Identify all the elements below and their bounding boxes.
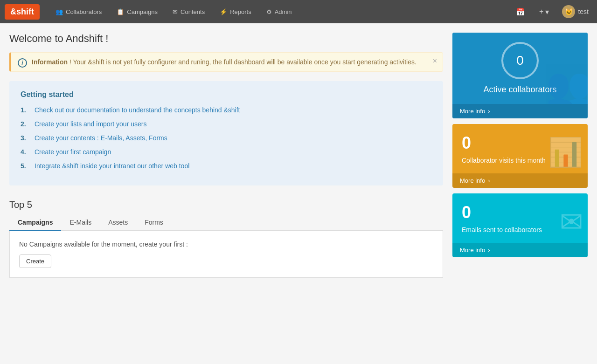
nav-collaborators[interactable]: 👥 Collaborators — [49, 5, 108, 19]
list-item: 5. Integrate &shift inside your intranet… — [21, 162, 432, 170]
content-area: Welcome to Andshift ! i Information ! Yo… — [9, 33, 443, 278]
admin-icon: ⚙ — [266, 8, 272, 15]
active-collaborators-count: 0 — [501, 42, 539, 79]
info-icon: i — [18, 58, 27, 68]
create-button[interactable]: Create — [19, 254, 51, 268]
active-collaborators-card: 👥 0 Active collaborators More info › — [452, 33, 588, 118]
step-link-4[interactable]: Create your first campaign — [35, 148, 111, 156]
collaborator-visits-more-info[interactable]: More info › — [452, 173, 588, 188]
step-num: 4. — [21, 148, 30, 156]
no-campaigns-text: No Campaigns available for the moment, c… — [19, 240, 433, 248]
contents-icon: ✉ — [173, 8, 178, 15]
campaigns-icon: 📋 — [117, 8, 124, 15]
step-num: 2. — [21, 120, 30, 128]
calendar-icon: 📅 — [516, 7, 525, 16]
avatar: 🐱 — [562, 5, 575, 18]
step-num: 1. — [21, 106, 30, 114]
plus-icon: + — [539, 7, 543, 16]
getting-started-title: Getting started — [21, 90, 432, 99]
step-link-2[interactable]: Create your lists and import your users — [35, 120, 146, 128]
chevron-right-icon: › — [488, 177, 490, 184]
sidebar: 👥 0 Active collaborators More info › 📊 0… — [452, 33, 588, 278]
main-wrapper: Welcome to Andshift ! i Information ! Yo… — [0, 23, 597, 287]
emails-sent-more-info[interactable]: More info › — [452, 243, 588, 257]
add-button[interactable]: + ▾ — [535, 5, 554, 19]
navbar: &shift 👥 Collaborators 📋 Campaigns ✉ Con… — [0, 0, 597, 23]
people-bg-icon: 👥 — [546, 65, 588, 104]
nav-campaigns[interactable]: 📋 Campaigns — [110, 5, 164, 19]
step-num: 3. — [21, 134, 30, 142]
tab-forms[interactable]: Forms — [136, 215, 172, 231]
collaborator-visits-card: 📊 0 Collaborator visits this month More … — [452, 124, 588, 188]
list-item: 4. Create your first campaign — [21, 148, 432, 156]
step-list: 1. Check out our documentation to unders… — [21, 106, 432, 170]
emails-sent-card: ✉ 0 Emails sent to collaborators More in… — [452, 193, 588, 257]
nav-contents[interactable]: ✉ Contents — [166, 5, 211, 19]
card-body-cyan: ✉ 0 Emails sent to collaborators — [452, 193, 588, 243]
chevron-right-icon: › — [488, 247, 490, 254]
alert-box: i Information ! Your &shift is not yet f… — [9, 52, 443, 72]
email-bg-icon: ✉ — [560, 206, 583, 238]
step-link-1[interactable]: Check out our documentation to understan… — [35, 106, 240, 114]
list-item: 2. Create your lists and import your use… — [21, 120, 432, 128]
tab-content: No Campaigns available for the moment, c… — [9, 231, 443, 278]
collaborators-icon: 👥 — [56, 8, 63, 15]
chevron-right-icon: › — [488, 108, 490, 115]
list-item: 1. Check out our documentation to unders… — [21, 106, 432, 114]
top5-title: Top 5 — [9, 199, 443, 210]
active-collaborators-more-info[interactable]: More info › — [452, 104, 588, 118]
bar-chart-icon: 📊 — [548, 136, 583, 169]
tab-emails[interactable]: E-Mails — [61, 215, 100, 231]
user-name: test — [578, 8, 589, 15]
card-body-orange: 📊 0 Collaborator visits this month — [452, 124, 588, 173]
step-link-5[interactable]: Integrate &shift inside your intranet ou… — [35, 162, 189, 170]
nav-admin[interactable]: ⚙ Admin — [260, 5, 298, 19]
chevron-down-icon: ▾ — [545, 7, 549, 16]
alert-text: Information ! Your &shift is not yet ful… — [32, 58, 417, 66]
tabs: Campaigns E-Mails Assets Forms — [9, 215, 443, 231]
tab-campaigns[interactable]: Campaigns — [9, 215, 61, 231]
calendar-button[interactable]: 📅 — [511, 5, 530, 19]
brand-logo[interactable]: &shift — [5, 4, 40, 20]
alert-close-button[interactable]: × — [433, 57, 437, 65]
reports-icon: ⚡ — [220, 8, 227, 15]
tab-assets[interactable]: Assets — [100, 215, 136, 231]
page-title: Welcome to Andshift ! — [9, 33, 443, 45]
getting-started-box: Getting started 1. Check out our documen… — [9, 81, 443, 185]
list-item: 3. Create your contents : E-Mails, Asset… — [21, 134, 432, 142]
step-num: 5. — [21, 162, 30, 170]
user-menu[interactable]: 🐱 test — [558, 3, 592, 20]
brand-text: &shift — [10, 7, 34, 16]
step-link-3[interactable]: Create your contents : E-Mails, Assets, … — [35, 134, 167, 142]
nav-reports[interactable]: ⚡ Reports — [213, 5, 258, 19]
card-body-blue: 👥 0 Active collaborators — [452, 33, 588, 104]
alert-label: Information — [32, 58, 68, 66]
nav-links: 👥 Collaborators 📋 Campaigns ✉ Contents ⚡… — [49, 5, 511, 19]
nav-right: 📅 + ▾ 🐱 test — [511, 3, 592, 20]
